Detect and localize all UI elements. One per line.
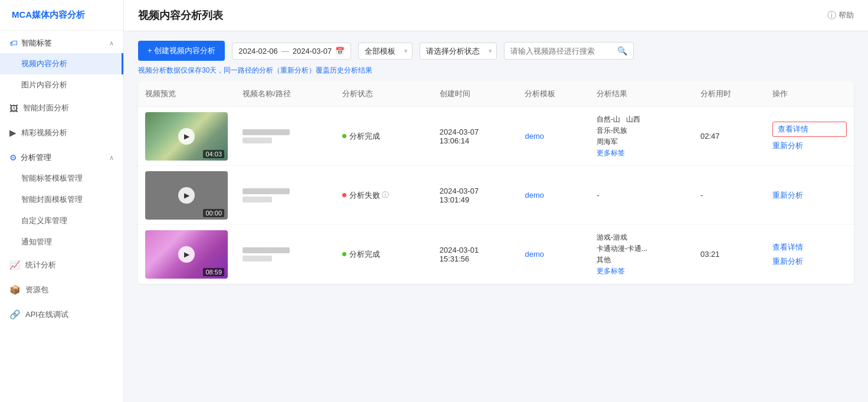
- sidebar-item-stats[interactable]: 📈 统计分析: [0, 253, 123, 277]
- status-label-2: 分析失败: [349, 190, 380, 201]
- cell-template-1: demo: [517, 107, 589, 166]
- cell-name-2: [235, 166, 335, 225]
- status-label-1: 分析完成: [349, 131, 380, 142]
- re-analyze-button-2[interactable]: 重新分析: [772, 190, 847, 201]
- created-time-2: 13:01:49: [440, 195, 511, 204]
- sidebar-item-notify-mgmt[interactable]: 通知管理: [0, 231, 123, 253]
- cell-time-1: 02:47: [693, 107, 765, 166]
- tag-3-3: 其他: [597, 255, 686, 265]
- re-analyze-button-3[interactable]: 重新分析: [772, 256, 847, 267]
- tags-cell-3: 游戏-游戏 卡通动漫-卡通... 其他 更多标签: [597, 233, 686, 276]
- cell-result-2: -: [589, 166, 693, 225]
- play-button-3[interactable]: ▶: [178, 246, 195, 263]
- template-select[interactable]: 全部模板: [358, 43, 412, 60]
- blur-line1-3: [243, 247, 290, 253]
- col-preview: 视频预览: [138, 81, 235, 107]
- sidebar-item-custom-lib[interactable]: 自定义库管理: [0, 210, 123, 231]
- video-thumbnail-2[interactable]: ▶ 00:00: [145, 171, 228, 220]
- video-thumbnail-1[interactable]: ▶ 04:03: [145, 112, 228, 161]
- play-button-1[interactable]: ▶: [178, 128, 195, 145]
- sidebar-item-label-highlight: 精彩视频分析: [21, 128, 67, 138]
- video-thumbnail-3[interactable]: ▶ 08:59: [145, 230, 228, 279]
- cell-action-2: 重新分析: [765, 166, 854, 225]
- action-cell-3: 查看详情 重新分析: [772, 242, 847, 267]
- template-select-wrapper: 全部模板 ▾: [358, 43, 412, 60]
- blurred-name-2: [243, 188, 328, 202]
- tags-cell-1: 自然-山 山西 音乐-民族 周海军 更多标签: [597, 115, 686, 158]
- status-dot-2: [342, 193, 346, 197]
- chevron-up-icon: ∧: [109, 40, 114, 47]
- sidebar-logo: MCA媒体内容分析: [0, 0, 123, 31]
- sidebar-group-header-mgmt[interactable]: ⚙ 分析管理 ∧: [0, 145, 123, 168]
- cell-time-3: 03:21: [693, 225, 765, 284]
- gear-icon: ⚙: [9, 153, 17, 162]
- sidebar-item-label-resource: 资源包: [25, 285, 48, 295]
- created-date-2: 2024-03-07: [440, 187, 511, 195]
- sidebar-item-tag-tpl[interactable]: 智能标签模板管理: [0, 168, 123, 189]
- cell-created-3: 2024-03-01 15:31:56: [433, 225, 518, 284]
- cell-action-1: 查看详情 重新分析: [765, 107, 854, 166]
- sidebar-item-video-analysis[interactable]: 视频内容分析: [0, 53, 123, 74]
- status-success-3: 分析完成: [342, 249, 425, 260]
- table-area: 视频预览 视频名称/路径 分析状态 创建时间 分析模板 分析结果 分析用时 操作: [124, 81, 868, 402]
- date-range-picker[interactable]: 2024-02-06 — 2024-03-07 📅: [232, 43, 351, 60]
- blurred-name-1: [243, 129, 328, 143]
- sidebar-item-api-debug[interactable]: 🔗 API在线调试: [0, 302, 123, 327]
- sidebar-item-label-api: API在线调试: [25, 309, 68, 320]
- search-input[interactable]: [510, 47, 614, 55]
- fail-info-icon[interactable]: ⓘ: [382, 190, 389, 200]
- table-header-row: 视频预览 视频名称/路径 分析状态 创建时间 分析模板 分析结果 分析用时 操作: [138, 81, 854, 107]
- sidebar-group-label-smart-tag: 智能标签: [21, 38, 52, 48]
- tag-icon: 🏷: [9, 38, 18, 48]
- chart-icon: 📈: [9, 260, 21, 270]
- search-icon: 🔍: [617, 46, 627, 55]
- action-cell-1: 查看详情 重新分析: [772, 122, 847, 151]
- status-select[interactable]: 请选择分析状态: [420, 43, 497, 60]
- col-duration: 分析用时: [693, 81, 765, 107]
- main-content: 视频内容分析列表 ⓘ 帮助 + 创建视频内容分析 2024-02-06 — 20…: [124, 0, 868, 402]
- template-link-3[interactable]: demo: [525, 250, 544, 259]
- help-button[interactable]: ⓘ 帮助: [827, 10, 854, 21]
- toolbar: + 创建视频内容分析 2024-02-06 — 2024-03-07 📅 全部模…: [124, 31, 868, 66]
- play-button-2[interactable]: ▶: [178, 187, 195, 204]
- cell-time-2: -: [693, 166, 765, 225]
- template-link-1[interactable]: demo: [525, 132, 544, 140]
- cell-preview-1: ▶ 04:03: [138, 107, 235, 166]
- view-detail-button-3[interactable]: 查看详情: [772, 242, 847, 253]
- link-icon: 🔗: [9, 309, 21, 320]
- blur-line1: [243, 129, 290, 135]
- template-link-2[interactable]: demo: [525, 191, 544, 200]
- analysis-table: 视频预览 视频名称/路径 分析状态 创建时间 分析模板 分析结果 分析用时 操作: [138, 81, 854, 284]
- more-tags-3[interactable]: 更多标签: [597, 266, 686, 276]
- search-box: 🔍: [504, 42, 634, 60]
- col-name: 视频名称/路径: [235, 81, 335, 107]
- cell-created-2: 2024-03-07 13:01:49: [433, 166, 518, 225]
- sidebar-item-highlight-video[interactable]: ▶ 精彩视频分析: [0, 120, 123, 145]
- more-tags-1[interactable]: 更多标签: [597, 148, 686, 158]
- cell-result-3: 游戏-游戏 卡通动漫-卡通... 其他 更多标签: [589, 225, 693, 284]
- sidebar-group-header-smart-tag[interactable]: 🏷 智能标签 ∧: [0, 31, 123, 53]
- col-result: 分析结果: [589, 81, 693, 107]
- sidebar-item-smart-cover[interactable]: 🖼 智能封面分析: [0, 96, 123, 120]
- col-status: 分析状态: [335, 81, 433, 107]
- action-cell-2: 重新分析: [772, 190, 847, 201]
- created-date-1: 2024-03-07: [440, 128, 511, 136]
- view-detail-button-1[interactable]: 查看详情: [772, 122, 847, 137]
- tag-3-1: 游戏-游戏: [597, 233, 686, 243]
- duration-badge-2: 00:00: [203, 209, 224, 217]
- sidebar-item-cover-tpl[interactable]: 智能封面模板管理: [0, 189, 123, 210]
- sidebar-item-resource[interactable]: 📦 资源包: [0, 277, 123, 302]
- blur-line2: [243, 138, 272, 143]
- re-analyze-button-1[interactable]: 重新分析: [772, 140, 847, 151]
- cell-template-3: demo: [517, 225, 589, 284]
- create-analysis-button[interactable]: + 创建视频内容分析: [138, 41, 225, 61]
- table-row: ▶ 04:03 分析完成: [138, 107, 854, 166]
- calendar-icon: 📅: [335, 47, 345, 55]
- cell-name-1: [235, 107, 335, 166]
- date-end: 2024-03-07: [293, 47, 332, 55]
- status-success-1: 分析完成: [342, 131, 425, 142]
- status-label-3: 分析完成: [349, 249, 380, 260]
- status-fail-2: 分析失败 ⓘ: [342, 190, 425, 201]
- main-header: 视频内容分析列表 ⓘ 帮助: [124, 0, 868, 31]
- sidebar-item-image-analysis[interactable]: 图片内容分析: [0, 74, 123, 96]
